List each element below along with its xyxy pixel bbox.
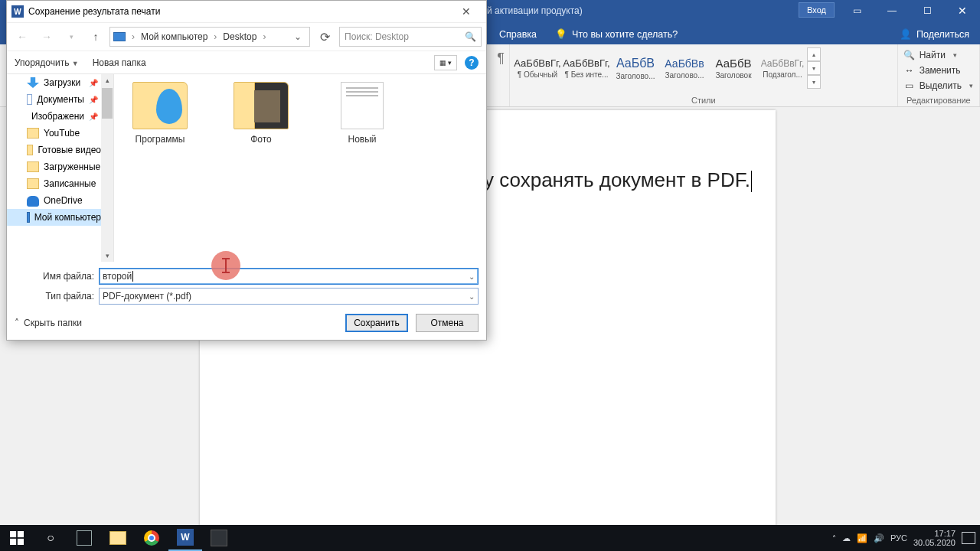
refresh-icon[interactable]: ⟳ <box>313 27 336 47</box>
chevron-down-icon[interactable]: ⌄ <box>469 292 475 301</box>
svg-rect-3 <box>18 539 24 545</box>
filename-input[interactable]: второй ⌄ <box>99 268 479 285</box>
tree-scrollbar[interactable]: ▴▾ <box>101 74 113 262</box>
tree-item[interactable]: Документы📌 <box>7 91 101 108</box>
select-button[interactable]: ▭Выделить▾ <box>904 78 973 93</box>
editing-group-label: Редактирование <box>904 94 973 105</box>
nav-up-icon[interactable]: ↑ <box>85 28 106 46</box>
cursor-icon: ▭ <box>904 80 915 91</box>
tree-label: YouTube <box>44 128 80 139</box>
view-toggle[interactable]: ▦ ▾ <box>434 55 457 70</box>
styles-gallery[interactable]: АаБбВвГг,¶ Обычный АаБбВвГг,¶ Без инте..… <box>514 47 805 89</box>
close-icon[interactable]: ✕ <box>945 0 980 21</box>
taskbar-explorer[interactable] <box>101 525 135 551</box>
new-folder-button[interactable]: Новая папка <box>93 57 146 68</box>
share-label: Поделиться <box>916 29 969 40</box>
style-nospace[interactable]: АаБбВвГг,¶ Без инте... <box>564 47 609 89</box>
hide-folders-toggle[interactable]: ˄ Скрыть папки <box>15 318 82 328</box>
tree-item[interactable]: Записанные <box>7 175 101 192</box>
tray-overflow-icon[interactable]: ˄ <box>832 534 836 543</box>
dialog-close-icon[interactable]: ✕ <box>451 5 482 18</box>
breadcrumb-desktop[interactable]: Desktop <box>223 31 256 42</box>
style-heading2[interactable]: АаБбВвЗаголово... <box>662 47 707 89</box>
tree-label: Мой компьютер <box>34 212 101 223</box>
filetype-value: PDF-документ (*.pdf) <box>103 291 191 302</box>
nav-forward-icon[interactable]: → <box>36 28 57 46</box>
organize-menu[interactable]: Упорядочить ▼ <box>15 57 79 68</box>
tree-label: Загрузки <box>44 77 80 88</box>
dialog-footer: ˄ Скрыть папки Сохранить Отмена <box>7 306 486 340</box>
dialog-title: Сохранение результата печати <box>28 6 160 17</box>
nav-recent-icon[interactable]: ▾ <box>60 28 82 46</box>
file-list[interactable]: ПрограммыФотоНовый <box>114 74 486 262</box>
start-button[interactable] <box>0 525 34 551</box>
tree-item[interactable]: Готовые видео <box>7 142 101 158</box>
editing-group: 🔍Найти▾ ↔Заменить ▭Выделить▾ Редактирова… <box>898 44 980 106</box>
folder-icon <box>132 82 188 129</box>
file-item[interactable]: Новый <box>324 82 400 145</box>
tree-item[interactable]: Мой компьютер <box>7 209 101 226</box>
folder-icon <box>27 178 39 189</box>
taskbar-word[interactable]: W <box>168 525 202 551</box>
folder-icon <box>234 82 289 129</box>
replace-button[interactable]: ↔Заменить <box>904 63 973 78</box>
tree-label: Готовые видео <box>38 145 101 155</box>
breadcrumb[interactable]: › Мой компьютер › Desktop › ⌄ <box>109 27 310 47</box>
language-indicator[interactable]: РУС <box>890 533 907 543</box>
pin-icon: 📌 <box>89 96 98 104</box>
tab-help[interactable]: Справка <box>490 24 546 44</box>
network-tray-icon[interactable]: 📶 <box>857 533 867 543</box>
clock[interactable]: 17:1730.05.2020 <box>913 529 956 547</box>
chevron-down-icon[interactable]: ⌄ <box>289 31 306 42</box>
document-text[interactable]: у сохранять документ в PDF. <box>484 168 752 192</box>
replace-icon: ↔ <box>904 65 915 76</box>
tree-item[interactable]: OneDrive <box>7 192 101 209</box>
taskbar-chrome[interactable] <box>135 525 168 551</box>
save-button[interactable]: Сохранить <box>345 314 408 332</box>
action-center-icon[interactable] <box>962 532 975 544</box>
lightbulb-icon: 💡 <box>555 28 567 40</box>
folder-icon <box>27 128 39 139</box>
search-icon: 🔍 <box>904 50 915 60</box>
taskbar-app[interactable] <box>202 525 236 551</box>
folder-tree[interactable]: Загрузки📌Документы📌Изображени📌YouTubeГот… <box>7 74 114 262</box>
document-icon <box>341 82 384 129</box>
filetype-select[interactable]: PDF-документ (*.pdf) ⌄ <box>99 288 479 305</box>
style-subtitle[interactable]: АаБбВвГг,Подзагол... <box>760 47 805 89</box>
style-normal[interactable]: АаБбВвГг,¶ Обычный <box>514 47 560 89</box>
tree-item[interactable]: Изображени📌 <box>7 108 101 125</box>
chevron-down-icon[interactable]: ⌄ <box>469 272 475 281</box>
dl-icon <box>27 77 39 88</box>
find-button[interactable]: 🔍Найти▾ <box>904 47 973 63</box>
word-login-button[interactable]: Вход <box>799 2 835 18</box>
tree-item[interactable]: YouTube <box>7 125 101 142</box>
tree-item[interactable]: Загруженные <box>7 158 101 175</box>
search-input[interactable]: Поиск: Desktop 🔍 <box>339 27 482 47</box>
cancel-button[interactable]: Отмена <box>416 314 479 332</box>
file-item[interactable]: Программы <box>122 82 198 145</box>
onedrive-tray-icon[interactable]: ☁ <box>842 533 851 543</box>
style-title[interactable]: АаБбВЗаголовок <box>710 47 756 89</box>
breadcrumb-pc[interactable]: Мой компьютер <box>141 31 207 42</box>
tree-label: Записанные <box>44 178 96 189</box>
file-item[interactable]: Фото <box>223 82 299 145</box>
help-icon[interactable]: ? <box>465 56 479 70</box>
word-icon: W <box>11 5 24 18</box>
system-tray[interactable]: ˄ ☁ 📶 🔊 РУС 17:1730.05.2020 <box>832 525 980 551</box>
pilcrow-icon[interactable]: ¶ <box>492 47 510 67</box>
ribbon-display-options-icon[interactable]: ▭ <box>839 0 874 21</box>
maximize-icon[interactable]: ☐ <box>910 0 945 21</box>
volume-tray-icon[interactable]: 🔊 <box>874 533 884 543</box>
tellme-search[interactable]: 💡 Что вы хотите сделать? <box>546 24 687 44</box>
cloud-icon <box>27 196 39 207</box>
task-view-icon[interactable] <box>67 525 101 551</box>
styles-scrollbar[interactable]: ▴▾▾ <box>807 47 821 89</box>
style-heading1[interactable]: АаБбВЗаголово... <box>612 47 658 89</box>
filename-value: второй <box>103 271 132 282</box>
paragraph-group: ¶ <box>487 44 510 106</box>
nav-back-icon[interactable]: ← <box>11 28 33 46</box>
minimize-icon[interactable]: — <box>874 0 910 21</box>
share-button[interactable]: 👤 Поделиться <box>900 24 969 44</box>
tree-item[interactable]: Загрузки📌 <box>7 74 101 91</box>
taskbar-search-icon[interactable]: ○ <box>34 525 67 551</box>
